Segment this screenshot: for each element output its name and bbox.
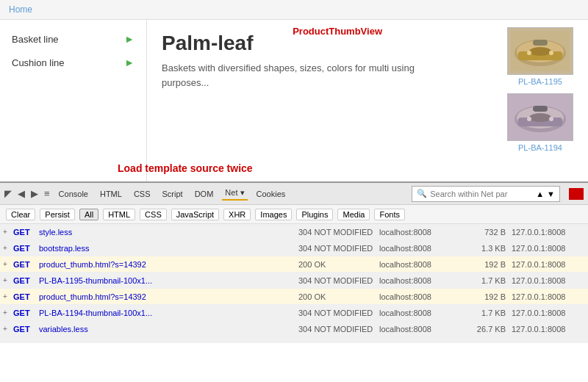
svg-point-14 [527, 117, 531, 121]
expand-row-icon[interactable]: + [3, 244, 13, 252]
table-row[interactable]: + GET variables.less 304 NOT MODIFIED lo… [0, 321, 588, 337]
expand-row-icon[interactable]: + [3, 292, 13, 300]
request-status: 304 NOT MODIFIED [298, 325, 379, 334]
request-status: 304 NOT MODIFIED [298, 244, 379, 253]
table-row[interactable]: + GET bootstrap.less 304 NOT MODIFIED lo… [0, 240, 588, 256]
request-domain: localhost:8008 [379, 260, 467, 269]
content-area: Palm-leaf Baskets with diversified shape… [147, 20, 588, 181]
svg-point-15 [549, 117, 553, 121]
tab-script[interactable]: Script [159, 188, 186, 200]
request-remote: 127.0.0.1:8008 [512, 309, 585, 317]
request-status: 200 OK [298, 260, 379, 269]
table-row[interactable]: + GET PL-BA-1195-thumbnail-100x1... 304 … [0, 273, 588, 289]
request-method: GET [13, 325, 39, 334]
net-requests-table: + GET style.less 304 NOT MODIFIED localh… [0, 224, 588, 343]
tab-cookies[interactable]: Cookies [254, 188, 289, 200]
back-icon[interactable]: ◀ [18, 188, 25, 199]
request-method: GET [13, 260, 39, 269]
net-search[interactable]: 🔍 ▲ ▼ [412, 186, 560, 202]
filter-clear[interactable]: Clear [6, 209, 35, 220]
annotation-product-thumb-view: ProductThumbView [293, 26, 382, 37]
sidebar-item-label: Cushion line [12, 57, 65, 68]
request-domain: localhost:8008 [379, 228, 467, 237]
search-input[interactable] [430, 190, 533, 198]
expand-row-icon[interactable]: + [3, 325, 13, 333]
request-size: 192 B [467, 260, 512, 269]
table-row[interactable]: + GET PL-BA-1194-thumbnail-100x1... 304 … [0, 305, 588, 321]
request-status: 200 OK [298, 292, 379, 301]
annotation-load-template: Load template source twice [118, 162, 253, 174]
thumb-image-1195 [507, 27, 573, 75]
product-thumb-1195[interactable]: PL-BA-1195 [507, 27, 573, 86]
table-row[interactable]: + GET product_thumb.html?s=14392 200 OK … [0, 256, 588, 273]
product-thumbnails: PL-BA-1195 [507, 27, 573, 152]
request-remote: 127.0.0.1:8008 [512, 260, 585, 269]
product-label-1194: PL-BA-1194 [507, 143, 573, 152]
tab-net[interactable]: Net ▾ [222, 187, 247, 201]
filter-javascript[interactable]: JavaScript [171, 209, 219, 220]
product-thumb-1194[interactable]: PL-BA-1194 [507, 93, 573, 152]
request-method: GET [13, 228, 39, 237]
request-file: style.less [39, 228, 298, 237]
search-icon: 🔍 [417, 189, 427, 198]
filter-html[interactable]: HTML [103, 209, 135, 220]
forward-icon[interactable]: ▶ [31, 188, 38, 199]
close-panel-icon[interactable] [569, 188, 584, 200]
chevron-up-icon[interactable]: ▲ [536, 190, 544, 198]
request-remote: 127.0.0.1:8008 [512, 325, 585, 334]
filter-persist[interactable]: Persist [40, 209, 75, 220]
filter-xhr[interactable]: XHR [223, 209, 251, 220]
filter-bar: Clear Persist All HTML CSS JavaScript XH… [0, 205, 588, 224]
request-size: 1.3 KB [467, 244, 512, 253]
filter-css[interactable]: CSS [140, 209, 167, 220]
svg-point-12 [529, 113, 551, 122]
filter-all[interactable]: All [79, 209, 98, 220]
filter-plugins[interactable]: Plugins [296, 209, 333, 220]
request-file: bootstrap.less [39, 244, 298, 253]
product-label-1195: PL-BA-1195 [507, 77, 573, 86]
expand-icon[interactable]: ≡ [44, 188, 50, 199]
inspect-icon[interactable]: ◤ [4, 188, 12, 199]
sidebar-item-cushion-line[interactable]: Cushion line ► [0, 51, 146, 74]
filter-images[interactable]: Images [255, 209, 292, 220]
request-remote: 127.0.0.1:8008 [512, 292, 585, 301]
chevron-right-icon: ► [124, 33, 135, 45]
filter-media[interactable]: Media [337, 209, 370, 220]
thumb-image-1194 [507, 93, 573, 141]
sidebar-item-label: Basket line [12, 34, 59, 45]
svg-point-7 [549, 51, 553, 55]
expand-row-icon[interactable]: + [3, 260, 13, 268]
table-row[interactable]: + GET product_thumb.html?s=14392 200 OK … [0, 289, 588, 305]
chevron-down-icon[interactable]: ▼ [547, 190, 555, 198]
request-method: GET [13, 292, 39, 301]
svg-rect-5 [533, 40, 548, 46]
request-size: 1.7 KB [467, 309, 512, 317]
request-file: product_thumb.html?s=14392 [39, 292, 298, 301]
chevron-right-icon: ► [124, 57, 135, 68]
request-status: 304 NOT MODIFIED [298, 276, 379, 285]
request-remote: 127.0.0.1:8008 [512, 276, 585, 285]
request-remote: 127.0.0.1:8008 [512, 244, 585, 253]
request-remote: 127.0.0.1:8008 [512, 228, 585, 237]
filter-fonts[interactable]: Fonts [374, 209, 405, 220]
tab-css[interactable]: CSS [131, 188, 154, 200]
expand-row-icon[interactable]: + [3, 309, 13, 317]
request-method: GET [13, 309, 39, 317]
request-domain: localhost:8008 [379, 309, 467, 317]
tab-dom[interactable]: DOM [192, 188, 217, 200]
home-link[interactable]: Home [9, 4, 32, 15]
tab-console[interactable]: Console [56, 188, 91, 200]
table-row[interactable]: + GET style.less 304 NOT MODIFIED localh… [0, 224, 588, 240]
request-file: PL-BA-1195-thumbnail-100x1... [39, 276, 298, 285]
svg-point-4 [529, 47, 551, 56]
request-size: 26.7 KB [467, 325, 512, 334]
expand-row-icon[interactable]: + [3, 276, 13, 284]
tab-html[interactable]: HTML [97, 188, 125, 200]
request-domain: localhost:8008 [379, 244, 467, 253]
request-method: GET [13, 276, 39, 285]
request-domain: localhost:8008 [379, 292, 467, 301]
expand-row-icon[interactable]: + [3, 228, 13, 236]
request-domain: localhost:8008 [379, 276, 467, 285]
sidebar-item-basket-line[interactable]: Basket line ► [0, 27, 146, 51]
sidebar: Basket line ► Cushion line ► [0, 20, 147, 181]
